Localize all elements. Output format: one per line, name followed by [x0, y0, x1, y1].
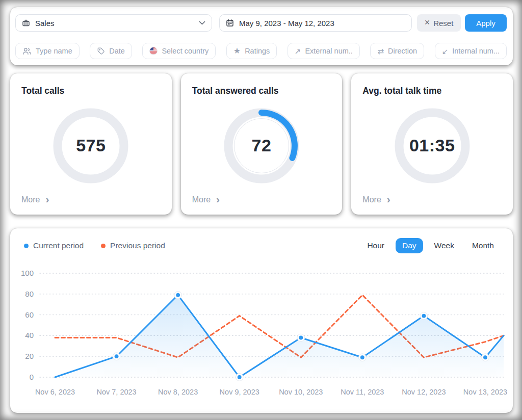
stat-card-total-calls: Total calls 575 More › [10, 73, 172, 215]
chart-card: Current period Previous period Hour Day … [10, 228, 513, 413]
us-flag-icon [149, 47, 158, 55]
reset-button[interactable]: × Reset [417, 14, 461, 32]
svg-text:100: 100 [21, 269, 34, 277]
svg-text:40: 40 [25, 331, 34, 339]
more-link[interactable]: More › [21, 195, 49, 204]
apply-label: Apply [476, 19, 495, 28]
svg-text:Nov 13, 2023: Nov 13, 2023 [463, 388, 507, 396]
filter-chip-external-number[interactable]: ↗ External num.. [288, 43, 360, 59]
legend-item-current-period[interactable]: Current period [24, 241, 84, 250]
chart-header: Current period Previous period Hour Day … [10, 238, 513, 254]
legend-label: Previous period [110, 241, 165, 250]
briefcase-icon [22, 19, 30, 27]
more-label: More [192, 195, 211, 204]
stats-row: Total calls 575 More › Total answered ca… [10, 73, 513, 215]
date-range-value: May 9, 2023 - May 12, 2023 [239, 19, 334, 28]
filter-chip-direction[interactable]: ⇄ Direction [370, 43, 424, 59]
toolbar-row: Sales May 9, 2023 - May 12, 2023 × Reset… [15, 14, 507, 32]
svg-text:80: 80 [25, 290, 34, 298]
tag-icon [97, 47, 105, 55]
stat-value: 575 [53, 108, 128, 183]
svg-text:20: 20 [25, 352, 34, 360]
tab-month[interactable]: Month [465, 238, 501, 253]
tab-day[interactable]: Day [396, 238, 423, 253]
svg-text:Nov 12, 2023: Nov 12, 2023 [402, 388, 446, 396]
more-link[interactable]: More › [192, 195, 220, 204]
svg-text:Nov 8, 2023: Nov 8, 2023 [158, 388, 198, 396]
arrow-up-right-icon: ↗ [295, 47, 301, 55]
apply-button[interactable]: Apply [465, 14, 507, 32]
arrow-down-left-icon: ↙ [442, 47, 449, 55]
chevron-right-icon: › [45, 195, 49, 204]
granularity-tabs: Hour Day Week Month [360, 238, 501, 253]
stat-card-avg-talk-time: Avg. total talk time 01:35 More › [351, 73, 513, 215]
gauge-wrap: 575 [21, 96, 161, 195]
svg-text:Nov 11, 2023: Nov 11, 2023 [341, 388, 384, 396]
team-select-value: Sales [35, 19, 55, 28]
stat-title: Total answered calls [192, 86, 331, 96]
tab-week[interactable]: Week [428, 238, 461, 253]
chevron-right-icon: › [387, 195, 390, 204]
users-icon [22, 47, 32, 55]
filter-chip-label: External num.. [305, 47, 353, 55]
line-chart: 020406080100Nov 6, 2023Nov 7, 2023Nov 8,… [10, 258, 513, 407]
legend-item-previous-period[interactable]: Previous period [101, 241, 165, 250]
gauge-wrap: 01:35 [362, 96, 502, 195]
date-range-input[interactable]: May 9, 2023 - May 12, 2023 [219, 14, 412, 32]
stat-value: 72 [224, 108, 299, 183]
arrows-swap-icon: ⇄ [377, 47, 384, 55]
more-link[interactable]: More › [362, 195, 390, 204]
close-icon: × [425, 18, 430, 27]
filter-chip-label: Internal num... [452, 47, 500, 55]
tab-hour[interactable]: Hour [360, 238, 391, 253]
filter-chip-label: Date [109, 47, 125, 55]
gauge-wrap: 72 [192, 96, 331, 195]
chart-legend: Current period Previous period [24, 241, 165, 250]
svg-text:Nov 6, 2023: Nov 6, 2023 [35, 388, 75, 396]
svg-text:60: 60 [25, 310, 34, 319]
legend-label: Current period [33, 241, 84, 250]
team-select[interactable]: Sales [15, 14, 212, 32]
filter-chip-label: Direction [388, 47, 417, 55]
filter-chip-country[interactable]: Select country [142, 43, 216, 59]
filter-chip-label: Ratings [245, 47, 270, 55]
legend-dot-orange [101, 244, 106, 248]
chevron-down-icon [199, 21, 205, 25]
filter-chip-internal-number[interactable]: ↙ Internal num... [435, 43, 507, 59]
more-label: More [362, 195, 381, 204]
stat-title: Total calls [21, 86, 161, 96]
svg-text:Nov 10, 2023: Nov 10, 2023 [279, 388, 323, 396]
star-icon: ★ [233, 47, 241, 55]
reset-label: Reset [433, 19, 453, 28]
svg-text:Nov 9, 2023: Nov 9, 2023 [220, 388, 259, 396]
toolbar-card: Sales May 9, 2023 - May 12, 2023 × Reset… [10, 7, 513, 65]
filter-chip-ratings[interactable]: ★ Ratings [226, 43, 277, 59]
filter-chip-type-name[interactable]: Type name [15, 43, 80, 59]
chevron-right-icon: › [216, 195, 220, 204]
stat-title: Avg. total talk time [362, 86, 502, 96]
filter-chip-date[interactable]: Date [90, 43, 132, 59]
more-label: More [21, 195, 40, 204]
svg-text:0: 0 [30, 373, 34, 381]
legend-dot-blue [24, 244, 29, 248]
filter-chip-row: Type name Date [15, 43, 507, 59]
svg-text:Nov 7, 2023: Nov 7, 2023 [96, 388, 136, 396]
calendar-icon [226, 19, 234, 27]
stat-value: 01:35 [395, 108, 470, 183]
filter-chip-label: Select country [162, 47, 208, 55]
stat-card-answered-calls: Total answered calls 72 More › [181, 73, 343, 215]
filter-chip-label: Type name [36, 47, 72, 55]
